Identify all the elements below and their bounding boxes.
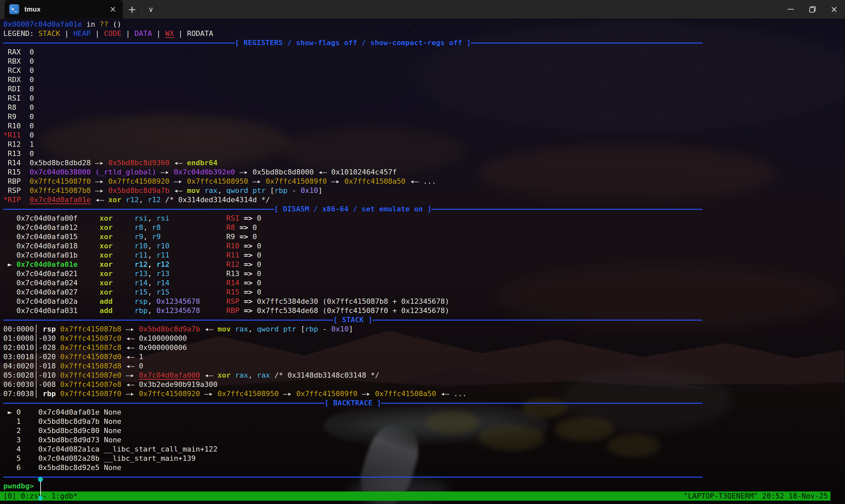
backtrace-row: 2 0x5bd8bc8d9c80 None (3, 426, 702, 435)
disasm-row: 0x7c04d0afa01b xor r11, r11 R11 => 0 (3, 251, 702, 260)
reg-rbp: RBP 0x7ffc415087f0 —▸ 0x7ffc41508920 —▸ … (3, 177, 702, 186)
tab-close-button[interactable]: × (108, 5, 118, 14)
reg-rsp: RSP 0x7ffc415087b8 —▸ 0x5bd8bc8d9a7b ◂— … (3, 186, 702, 195)
titlebar: >_ tmux × + ∨ × (0, 0, 845, 18)
disasm-row: 0x7c04d0afa02a add rsp, 0x12345678 RSP =… (3, 297, 702, 306)
stack-row: 04:0020│-018 0x7ffc415087d8 ◂— 0 (3, 361, 702, 371)
backtrace-row: 4 0x7c04d082a1ca __libc_start_call_main+… (3, 445, 702, 454)
stack-row: 06:0030│-008 0x7ffc415087e8 ◂— 0x3b2ede9… (3, 380, 702, 389)
disasm-row-current: ► 0x7c04d0afa01e xor r12, r12 R12 => 0 (3, 260, 702, 269)
powershell-icon: >_ (9, 4, 19, 14)
reg-rip: *RIP 0x7c04d0afa01e ◂— xor r12, r12 /* 0… (3, 195, 702, 204)
backtrace-row: 6 0x5bd8bc8d92e5 None (3, 463, 702, 472)
reg-r12: R12 1 (3, 140, 702, 149)
reg-r8: R8 0 (3, 103, 702, 112)
backtrace-header: [ BACKTRACE ] (3, 398, 702, 408)
stack-row: 03:0018│-020 0x7ffc415087d0 ◂— 1 (3, 352, 702, 361)
backtrace-row-current: ► 0 0x7c04d0afa01e None (3, 408, 702, 417)
legend-line: LEGEND: STACK | HEAP | CODE | DATA | WX … (3, 29, 702, 38)
reg-r11: *R11 0 (3, 131, 702, 140)
reg-r14: R14 0x5bd8bc8dbd28 —▸ 0x5bd8bc8d9360 ◂— … (3, 158, 702, 167)
minimize-icon (788, 9, 794, 10)
tab-title: tmux (24, 6, 108, 13)
disasm-row: 0x7c04d0afa015 xor r9, r9 R9 => 0 (3, 232, 702, 241)
stack-row: 02:0010│-028 0x7ffc415087c8 ◂— 0x9000000… (3, 343, 702, 352)
prompt-line: pwndbg> (3, 482, 702, 491)
reg-rbx: RBX 0 (3, 57, 702, 66)
reg-rax: RAX 0 (3, 48, 702, 57)
stack-row: 05:0028│-010 0x7ffc415087e0 —▸ 0x7c04d0a… (3, 371, 702, 380)
reg-r10: R10 0 (3, 121, 702, 131)
disasm-row: 0x7c04d0afa012 xor r8, r8 R8 => 0 (3, 223, 702, 232)
tab-tmux[interactable]: >_ tmux × (5, 0, 123, 18)
backtrace-row: 1 0x5bd8bc8d9a7b None (3, 417, 702, 426)
stack-row: 00:0000│ rsp 0x7ffc415087b8 —▸ 0x5bd8bc8… (3, 325, 702, 334)
exec-location-line: 0x00007c04d0afa01e in ?? () (3, 20, 702, 29)
backtrace-row: 3 0x5bd8bc8d9d73 None (3, 435, 702, 445)
tab-dropdown-button[interactable]: ∨ (142, 0, 160, 18)
chevron-down-icon: ∨ (148, 5, 154, 14)
reg-rsi: RSI 0 (3, 94, 702, 103)
titlebar-drag-area[interactable] (160, 0, 780, 18)
backtrace-row: 5 0x7c04d082a28b __libc_start_main+139 (3, 454, 702, 463)
disasm-header: [ DISASM / x86-64 / set emulate on ] (3, 204, 702, 214)
plus-icon: + (128, 4, 136, 15)
restore-button[interactable] (802, 0, 823, 18)
registers-header: [ REGISTERS / show-flags off / show-comp… (3, 38, 702, 48)
disasm-row: 0x7c04d0afa018 xor r10, r10 R10 => 0 (3, 241, 702, 251)
tmux-host-clock: "LAPTOP-T3QENERM" 20:52 18-Nov-25 (684, 491, 828, 501)
close-icon: × (830, 5, 838, 14)
reg-r15: R15 0x7c04d0b38000 (_rtld_global) —▸ 0x7… (3, 167, 702, 177)
restore-icon (809, 6, 816, 13)
disasm-row: 0x7c04d0afa031 add rbp, 0x12345678 RBP =… (3, 306, 702, 315)
stack-row: 01:0008│-030 0x7ffc415087c0 ◂— 0x1000000… (3, 334, 702, 343)
new-tab-button[interactable]: + (123, 0, 141, 18)
reg-rdx: RDX 0 (3, 75, 702, 85)
terminal-lines[interactable]: 0x00007c04d0afa01e in ?? ()LEGEND: STACK… (3, 18, 702, 491)
stack-row: 07:0038│ rbp 0x7ffc415087f0 —▸ 0x7ffc415… (3, 389, 702, 398)
reg-r9: R9 0 (3, 112, 702, 121)
stack-header: [ STACK ] (3, 315, 702, 325)
minimize-button[interactable] (780, 0, 802, 18)
reg-rdi: RDI 0 (3, 85, 702, 94)
disasm-row: 0x7c04d0afa00f xor rsi, rsi RSI => 0 (3, 214, 702, 223)
disasm-row: 0x7c04d0afa021 xor r13, r13 R13 => 0 (3, 269, 702, 278)
reg-rcx: RCX 0 (3, 66, 702, 75)
close-button[interactable]: × (823, 0, 845, 18)
terminal-window: >_ tmux × + ∨ × 0x0000 (0, 0, 845, 504)
bottom-rule (3, 472, 702, 482)
disasm-row: 0x7c04d0afa027 xor r15, r15 R15 => 0 (3, 288, 702, 297)
disasm-row: 0x7c04d0afa024 xor r14, r14 R14 => 0 (3, 278, 702, 288)
cursor-handle-bottom (38, 496, 42, 501)
close-icon: × (110, 5, 116, 14)
tmux-status-bar: [0] 0:zsh- 1:gdb* "LAPTOP-T3QENERM" 20:5… (0, 491, 830, 501)
text-cursor (37, 477, 44, 501)
reg-r13: R13 0 (3, 149, 702, 158)
